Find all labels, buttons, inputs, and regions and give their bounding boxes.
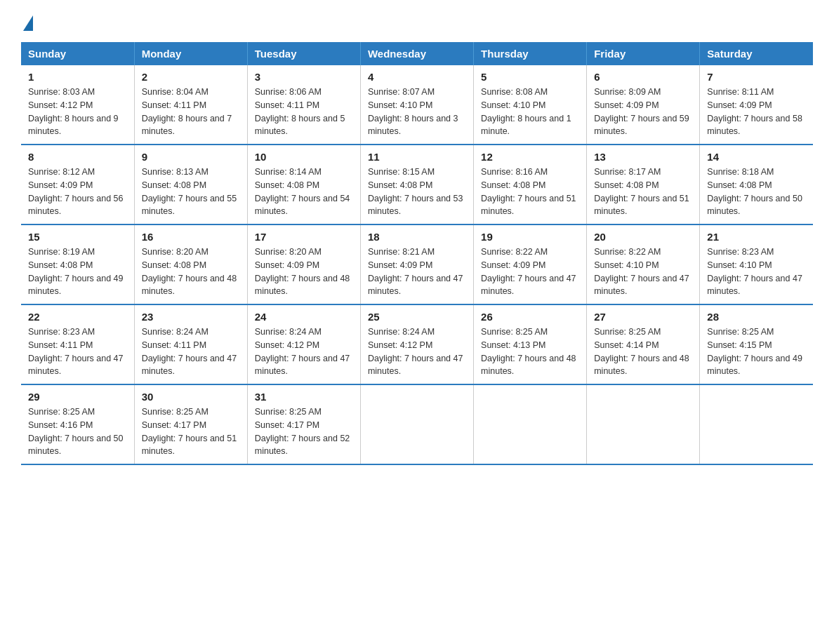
calendar-day-31: 31 Sunrise: 8:25 AM Sunset: 4:17 PM Dayl…	[247, 384, 360, 464]
calendar-day-empty	[474, 384, 587, 464]
calendar-day-25: 25 Sunrise: 8:24 AM Sunset: 4:12 PM Dayl…	[360, 304, 473, 384]
day-info: Sunrise: 8:15 AM Sunset: 4:08 PM Dayligh…	[368, 166, 466, 218]
day-info: Sunrise: 8:09 AM Sunset: 4:09 PM Dayligh…	[594, 86, 692, 138]
day-number: 10	[255, 151, 353, 163]
calendar-header-row: SundayMondayTuesdayWednesdayThursdayFrid…	[21, 42, 813, 65]
day-info: Sunrise: 8:14 AM Sunset: 4:08 PM Dayligh…	[255, 166, 353, 218]
column-header-thursday: Thursday	[474, 42, 587, 65]
day-info: Sunrise: 8:19 AM Sunset: 4:08 PM Dayligh…	[28, 246, 127, 298]
calendar-day-1: 1 Sunrise: 8:03 AM Sunset: 4:12 PM Dayli…	[21, 65, 134, 145]
calendar-week-row: 8 Sunrise: 8:12 AM Sunset: 4:09 PM Dayli…	[21, 145, 813, 224]
day-info: Sunrise: 8:22 AM Sunset: 4:09 PM Dayligh…	[481, 246, 579, 298]
day-number: 15	[28, 231, 127, 243]
day-info: Sunrise: 8:04 AM Sunset: 4:11 PM Dayligh…	[142, 86, 240, 138]
column-header-wednesday: Wednesday	[360, 42, 473, 65]
calendar-day-19: 19 Sunrise: 8:22 AM Sunset: 4:09 PM Dayl…	[474, 224, 587, 304]
calendar-day-16: 16 Sunrise: 8:20 AM Sunset: 4:08 PM Dayl…	[134, 224, 247, 304]
calendar-day-empty	[700, 384, 813, 464]
day-info: Sunrise: 8:25 AM Sunset: 4:14 PM Dayligh…	[594, 326, 692, 378]
day-info: Sunrise: 8:11 AM Sunset: 4:09 PM Dayligh…	[707, 86, 806, 138]
calendar-day-11: 11 Sunrise: 8:15 AM Sunset: 4:08 PM Dayl…	[360, 145, 473, 224]
day-info: Sunrise: 8:25 AM Sunset: 4:17 PM Dayligh…	[142, 405, 240, 458]
column-header-saturday: Saturday	[700, 42, 813, 65]
column-header-tuesday: Tuesday	[247, 42, 360, 65]
day-number: 12	[481, 151, 579, 163]
day-number: 25	[368, 311, 466, 323]
day-number: 13	[594, 151, 692, 163]
calendar-day-26: 26 Sunrise: 8:25 AM Sunset: 4:13 PM Dayl…	[474, 304, 587, 384]
calendar-day-28: 28 Sunrise: 8:25 AM Sunset: 4:15 PM Dayl…	[700, 304, 813, 384]
calendar-day-27: 27 Sunrise: 8:25 AM Sunset: 4:14 PM Dayl…	[587, 304, 700, 384]
day-number: 20	[594, 231, 692, 243]
logo-triangle-icon	[23, 15, 33, 31]
calendar-week-row: 29 Sunrise: 8:25 AM Sunset: 4:16 PM Dayl…	[21, 384, 813, 464]
calendar-day-13: 13 Sunrise: 8:17 AM Sunset: 4:08 PM Dayl…	[587, 145, 700, 224]
day-number: 5	[481, 71, 579, 83]
calendar-day-7: 7 Sunrise: 8:11 AM Sunset: 4:09 PM Dayli…	[700, 65, 813, 145]
calendar-table: SundayMondayTuesdayWednesdayThursdayFrid…	[21, 42, 813, 465]
calendar-day-22: 22 Sunrise: 8:23 AM Sunset: 4:11 PM Dayl…	[21, 304, 134, 384]
calendar-week-row: 15 Sunrise: 8:19 AM Sunset: 4:08 PM Dayl…	[21, 224, 813, 304]
day-number: 9	[142, 151, 240, 163]
calendar-day-empty	[587, 384, 700, 464]
day-info: Sunrise: 8:23 AM Sunset: 4:10 PM Dayligh…	[707, 246, 806, 298]
page-header	[21, 14, 813, 28]
day-number: 7	[707, 71, 806, 83]
day-info: Sunrise: 8:13 AM Sunset: 4:08 PM Dayligh…	[142, 166, 240, 218]
day-number: 14	[707, 151, 806, 163]
day-number: 6	[594, 71, 692, 83]
day-info: Sunrise: 8:03 AM Sunset: 4:12 PM Dayligh…	[28, 86, 127, 138]
day-number: 26	[481, 311, 579, 323]
day-info: Sunrise: 8:21 AM Sunset: 4:09 PM Dayligh…	[368, 246, 466, 298]
day-number: 18	[368, 231, 466, 243]
day-info: Sunrise: 8:23 AM Sunset: 4:11 PM Dayligh…	[28, 326, 127, 378]
day-number: 22	[28, 311, 127, 323]
day-number: 29	[28, 391, 127, 403]
day-number: 3	[255, 71, 353, 83]
calendar-day-3: 3 Sunrise: 8:06 AM Sunset: 4:11 PM Dayli…	[247, 65, 360, 145]
day-info: Sunrise: 8:16 AM Sunset: 4:08 PM Dayligh…	[481, 166, 579, 218]
day-number: 23	[142, 311, 240, 323]
day-info: Sunrise: 8:24 AM Sunset: 4:12 PM Dayligh…	[255, 326, 353, 378]
calendar-week-row: 1 Sunrise: 8:03 AM Sunset: 4:12 PM Dayli…	[21, 65, 813, 145]
calendar-day-24: 24 Sunrise: 8:24 AM Sunset: 4:12 PM Dayl…	[247, 304, 360, 384]
day-info: Sunrise: 8:25 AM Sunset: 4:17 PM Dayligh…	[255, 405, 353, 458]
day-number: 8	[28, 151, 127, 163]
calendar-day-14: 14 Sunrise: 8:18 AM Sunset: 4:08 PM Dayl…	[700, 145, 813, 224]
logo	[21, 14, 33, 28]
day-number: 31	[255, 391, 353, 403]
day-number: 17	[255, 231, 353, 243]
day-number: 2	[142, 71, 240, 83]
calendar-day-10: 10 Sunrise: 8:14 AM Sunset: 4:08 PM Dayl…	[247, 145, 360, 224]
column-header-sunday: Sunday	[21, 42, 134, 65]
day-number: 11	[368, 151, 466, 163]
calendar-day-empty	[360, 384, 473, 464]
day-info: Sunrise: 8:24 AM Sunset: 4:12 PM Dayligh…	[368, 326, 466, 378]
calendar-day-2: 2 Sunrise: 8:04 AM Sunset: 4:11 PM Dayli…	[134, 65, 247, 145]
day-info: Sunrise: 8:18 AM Sunset: 4:08 PM Dayligh…	[707, 166, 806, 218]
day-number: 16	[142, 231, 240, 243]
column-header-friday: Friday	[587, 42, 700, 65]
day-info: Sunrise: 8:25 AM Sunset: 4:13 PM Dayligh…	[481, 326, 579, 378]
day-info: Sunrise: 8:24 AM Sunset: 4:11 PM Dayligh…	[142, 326, 240, 378]
calendar-day-15: 15 Sunrise: 8:19 AM Sunset: 4:08 PM Dayl…	[21, 224, 134, 304]
day-info: Sunrise: 8:25 AM Sunset: 4:15 PM Dayligh…	[707, 326, 806, 378]
day-number: 4	[368, 71, 466, 83]
day-info: Sunrise: 8:25 AM Sunset: 4:16 PM Dayligh…	[28, 405, 127, 458]
calendar-day-9: 9 Sunrise: 8:13 AM Sunset: 4:08 PM Dayli…	[134, 145, 247, 224]
calendar-day-30: 30 Sunrise: 8:25 AM Sunset: 4:17 PM Dayl…	[134, 384, 247, 464]
day-number: 27	[594, 311, 692, 323]
calendar-day-29: 29 Sunrise: 8:25 AM Sunset: 4:16 PM Dayl…	[21, 384, 134, 464]
day-number: 28	[707, 311, 806, 323]
day-info: Sunrise: 8:07 AM Sunset: 4:10 PM Dayligh…	[368, 86, 466, 138]
calendar-day-4: 4 Sunrise: 8:07 AM Sunset: 4:10 PM Dayli…	[360, 65, 473, 145]
calendar-day-18: 18 Sunrise: 8:21 AM Sunset: 4:09 PM Dayl…	[360, 224, 473, 304]
calendar-day-23: 23 Sunrise: 8:24 AM Sunset: 4:11 PM Dayl…	[134, 304, 247, 384]
calendar-day-21: 21 Sunrise: 8:23 AM Sunset: 4:10 PM Dayl…	[700, 224, 813, 304]
calendar-day-12: 12 Sunrise: 8:16 AM Sunset: 4:08 PM Dayl…	[474, 145, 587, 224]
calendar-week-row: 22 Sunrise: 8:23 AM Sunset: 4:11 PM Dayl…	[21, 304, 813, 384]
day-number: 19	[481, 231, 579, 243]
calendar-day-17: 17 Sunrise: 8:20 AM Sunset: 4:09 PM Dayl…	[247, 224, 360, 304]
day-info: Sunrise: 8:20 AM Sunset: 4:08 PM Dayligh…	[142, 246, 240, 298]
calendar-day-8: 8 Sunrise: 8:12 AM Sunset: 4:09 PM Dayli…	[21, 145, 134, 224]
